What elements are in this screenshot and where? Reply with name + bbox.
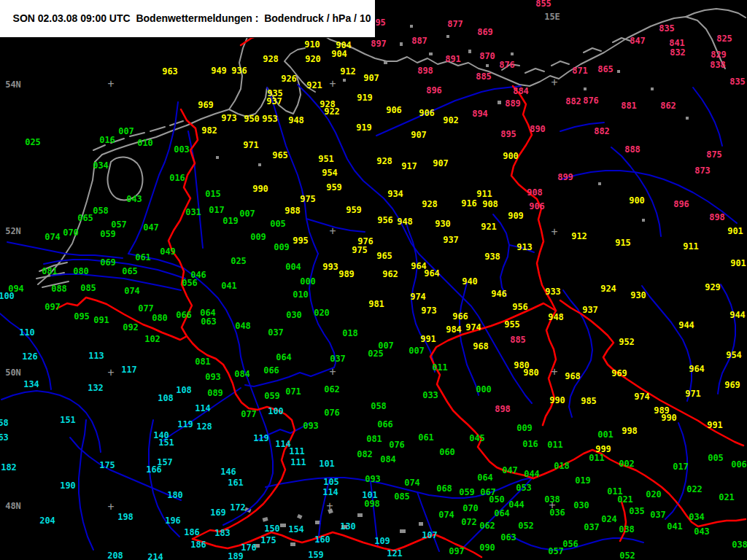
station-pressure-value: 011 bbox=[432, 363, 448, 372]
station-pressure-value: 108 bbox=[176, 386, 192, 394]
station-pressure-value: 907 bbox=[433, 159, 449, 168]
station-pressure-value: 019 bbox=[222, 217, 239, 225]
station-pressure-value: 955 bbox=[504, 320, 520, 329]
station-pressure-value: 053 bbox=[516, 483, 532, 492]
station-pressure-value: 038 bbox=[544, 495, 560, 504]
station-pressure-value: 991 bbox=[707, 421, 723, 429]
station-pressure-value: 973 bbox=[221, 114, 237, 122]
station-pressure-value: 969 bbox=[724, 381, 740, 389]
station-pressure-value: 059 bbox=[100, 230, 116, 238]
station-pressure-value: 000 bbox=[476, 385, 492, 394]
station-pressure-value: 041 bbox=[221, 281, 237, 290]
station-pressure-value: 895 bbox=[500, 130, 516, 139]
station-pressure-value: 080 bbox=[152, 314, 168, 322]
station-pressure-value: 025 bbox=[231, 257, 247, 265]
station-pressure-value: 974 bbox=[465, 323, 481, 332]
station-pressure-value: 208 bbox=[107, 551, 123, 560]
station-pressure-value: 017 bbox=[673, 462, 689, 471]
station-pressure-value: 097 bbox=[44, 303, 61, 311]
station-pressure-value: 881 bbox=[621, 101, 637, 110]
station-pressure-value: 065 bbox=[77, 214, 93, 222]
station-pressure-value: 095 bbox=[74, 312, 90, 321]
station-pressure-value: 896 bbox=[673, 200, 689, 209]
station-pressure-value: 068 bbox=[436, 484, 452, 493]
station-pressure-value: 172 bbox=[230, 503, 246, 512]
station-pressure-value: 062 bbox=[479, 521, 495, 530]
station-pressure-value: 926 bbox=[281, 74, 297, 83]
station-pressure-value: 163 bbox=[0, 433, 9, 442]
station-pressure-value: 921 bbox=[306, 81, 322, 90]
station-pressure-value: 900 bbox=[629, 196, 645, 205]
station-pressure-value: 063 bbox=[201, 317, 217, 326]
station-pressure-value: 097 bbox=[449, 547, 465, 556]
station-pressure-value: 090 bbox=[479, 543, 495, 552]
station-pressure-value: 016 bbox=[99, 136, 115, 144]
station-pressure-value: 902 bbox=[443, 116, 459, 125]
station-pressure-value: 950 bbox=[244, 114, 260, 123]
station-pressure-value: 021 bbox=[617, 495, 633, 504]
station-pressure-value: 911 bbox=[683, 242, 699, 251]
station-pressure-value: 214 bbox=[147, 553, 163, 560]
station-pressure-value: 154 bbox=[288, 525, 304, 534]
station-pressure-value: 973 bbox=[421, 306, 437, 315]
station-pressure-value: 870 bbox=[479, 52, 495, 61]
station-pressure-value: 111 bbox=[289, 447, 305, 456]
graticule-cross-icon: + bbox=[107, 366, 114, 379]
station-pressure-value: 969 bbox=[198, 101, 214, 109]
station-pressure-value: 160 bbox=[314, 535, 330, 544]
station-pressure-value: 838 bbox=[710, 61, 726, 69]
station-pressure-value: 020 bbox=[646, 490, 662, 499]
station-pressure-value: 990 bbox=[252, 184, 268, 193]
station-pressure-value: 151 bbox=[158, 438, 174, 447]
station-pressure-value: 974 bbox=[410, 292, 426, 301]
station-pressure-value: 045 bbox=[469, 434, 485, 443]
station-pressure-value: 037 bbox=[268, 328, 284, 337]
station-pressure-value: 151 bbox=[60, 416, 76, 424]
station-pressure-value: 150 bbox=[264, 524, 280, 533]
station-pressure-value: 074 bbox=[404, 478, 420, 487]
station-pressure-value: 911 bbox=[476, 190, 492, 198]
station-pressure-value: 044 bbox=[524, 470, 540, 478]
station-pressure-value: 058 bbox=[93, 206, 109, 215]
station-pressure-value: 034 bbox=[93, 161, 109, 170]
station-pressure-value: 016 bbox=[169, 174, 185, 182]
station-pressure-value: 930 bbox=[630, 291, 646, 300]
graticule-label: 50N bbox=[5, 368, 21, 378]
station-pressure-value: 971 bbox=[685, 389, 701, 398]
station-pressure-value: 916 bbox=[461, 199, 477, 208]
station-pressure-value: 944 bbox=[729, 311, 746, 319]
station-pressure-value: 010 bbox=[293, 290, 309, 299]
station-pressure-value: 066 bbox=[263, 366, 279, 375]
station-pressure-value: 887 bbox=[411, 36, 427, 45]
station-pressure-value: 010 bbox=[137, 139, 153, 147]
station-pressure-value: 949 bbox=[211, 66, 227, 75]
station-pressure-value: 975 bbox=[352, 246, 368, 254]
station-pressure-value: 057 bbox=[548, 547, 564, 556]
station-pressure-value: 938 bbox=[484, 252, 500, 261]
station-pressure-value: 891 bbox=[445, 55, 461, 63]
station-pressure-value: 993 bbox=[322, 262, 338, 271]
station-pressure-value: 052 bbox=[518, 521, 534, 530]
station-pressure-value: 081 bbox=[195, 357, 211, 366]
station-pressure-value: 929 bbox=[705, 283, 721, 292]
station-pressure-value: 965 bbox=[376, 252, 392, 260]
station-pressure-value: 928 bbox=[422, 200, 438, 209]
station-pressure-value: 093 bbox=[205, 373, 221, 381]
station-pressure-value: 089 bbox=[207, 389, 223, 397]
station-pressure-value: 077 bbox=[138, 304, 154, 313]
station-pressure-value: 074 bbox=[124, 287, 140, 295]
station-pressure-value: 951 bbox=[318, 155, 334, 163]
station-pressure-value: 064 bbox=[276, 353, 292, 362]
station-pressure-value: 018 bbox=[554, 462, 570, 470]
station-pressure-value: 037 bbox=[330, 354, 346, 363]
station-pressure-value: 991 bbox=[420, 335, 436, 343]
station-pressure-value: 074 bbox=[438, 510, 454, 519]
station-pressure-value: 825 bbox=[716, 34, 732, 43]
station-pressure-value: 885 bbox=[476, 72, 492, 81]
station-pressure-value: 882 bbox=[594, 127, 610, 136]
station-pressure-value: 007 bbox=[239, 209, 255, 218]
station-pressure-value: 166 bbox=[146, 465, 162, 474]
station-pressure-value: 901 bbox=[727, 227, 743, 236]
station-pressure-value: 005 bbox=[270, 219, 286, 228]
station-pressure-value: 919 bbox=[356, 123, 372, 132]
